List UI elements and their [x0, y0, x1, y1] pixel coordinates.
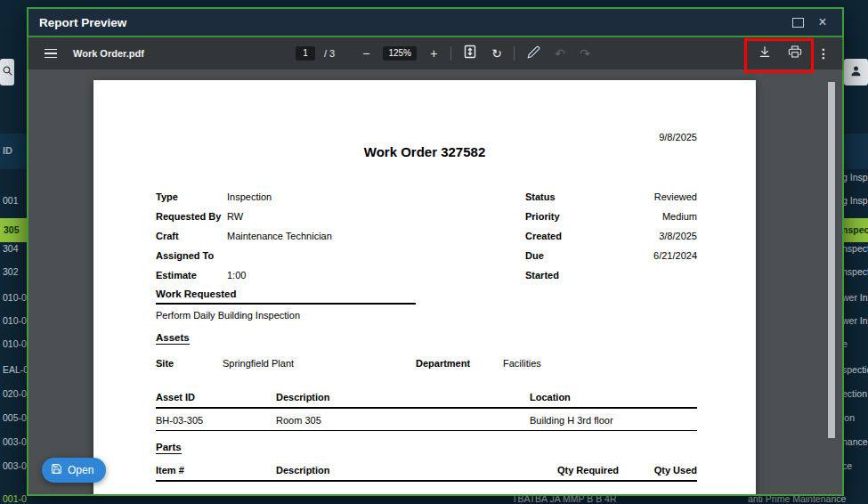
parts-heading: Parts	[156, 442, 182, 454]
pdf-viewport: 9/8/2025 Work Order 327582 Type Inspecti…	[28, 69, 842, 494]
background-row-fragment: EAL-0	[3, 363, 28, 376]
asset-col-header: Location	[530, 392, 571, 402]
print-button[interactable]	[785, 44, 805, 63]
maximize-icon	[792, 18, 804, 28]
field-label: Due	[525, 250, 544, 261]
work-requested-text: Perform Daily Building Inspection	[156, 310, 300, 321]
department-value: Facilities	[503, 358, 541, 369]
site-label: Site	[156, 358, 174, 369]
field-value: Reviewed	[654, 191, 697, 202]
background-row-fragment: 001	[3, 194, 19, 207]
work-requested-heading: Work Requested	[156, 289, 237, 299]
background-row-fragment: 302	[3, 265, 19, 278]
background-row-fragment: 010-0	[3, 337, 27, 350]
maximize-button[interactable]	[789, 13, 807, 31]
zoom-in-button[interactable]: +	[426, 37, 442, 69]
fit-to-page-button[interactable]	[460, 44, 480, 63]
field-value: RW	[227, 211, 243, 222]
assets-heading: Assets	[156, 332, 190, 345]
zoom-out-button[interactable]: −	[358, 37, 374, 69]
rotate-button[interactable]: ↻	[489, 37, 505, 69]
field-label: Requested By	[156, 211, 221, 222]
toolbar-divider	[514, 46, 515, 61]
pdf-filename: Work Order.pdf	[73, 48, 144, 59]
field-value: 1:00	[227, 270, 246, 280]
annotate-button[interactable]	[523, 44, 543, 63]
doc-title: Work Order 327582	[93, 144, 756, 159]
background-selected-row: nspec	[840, 218, 868, 242]
field-value: Medium	[662, 211, 697, 222]
parts-col-header: Item #	[156, 465, 184, 476]
download-button[interactable]	[755, 44, 775, 63]
site-value: Springfield Plant	[223, 358, 294, 369]
field-value: Maintenance Technician	[227, 231, 332, 241]
background-row-fragment: 304	[3, 242, 19, 255]
screen: ID 001 305 304 302 010-02 010-01 010-0 E…	[0, 0, 868, 504]
asset-col-header: Description	[276, 392, 330, 402]
doc-date: 9/8/2025	[659, 132, 697, 142]
search-box[interactable]	[0, 59, 14, 85]
modal-title: Report Preview	[39, 16, 782, 29]
rotate-icon: ↻	[491, 46, 502, 61]
modal-titlebar: Report Preview ×	[28, 9, 842, 37]
person-icon	[849, 64, 863, 81]
background-selected-row: 305	[0, 218, 27, 242]
report-preview-modal: Report Preview × Work Order.pdf 1 / 3 − …	[27, 7, 844, 496]
background-id-column-header: ID	[3, 145, 12, 156]
parts-col-header: Qty Required	[557, 465, 619, 476]
background-row-fragment: g Insp	[842, 171, 868, 183]
field-value: 3/8/2025	[659, 231, 697, 241]
zoom-level-input[interactable]: 125%	[383, 46, 417, 61]
background-row-fragment: ion	[842, 411, 855, 424]
undo-button[interactable]: ↶	[552, 37, 568, 69]
background-row-fragment: 305	[4, 224, 20, 236]
background-row-fragment: wer In	[842, 314, 868, 327]
field-label: Priority	[525, 211, 560, 222]
more-vert-icon: ⋮	[817, 46, 830, 61]
page-total-label: / 3	[324, 48, 335, 59]
department-label: Department	[416, 358, 470, 369]
redo-button[interactable]: ↷	[577, 37, 593, 69]
undo-icon: ↶	[555, 46, 565, 61]
more-options-button[interactable]: ⋮	[815, 37, 831, 69]
open-button-label: Open	[68, 464, 93, 476]
close-button[interactable]: ×	[814, 13, 831, 31]
table-rule	[156, 407, 697, 409]
field-label: Estimate	[156, 270, 197, 280]
print-icon	[788, 45, 802, 62]
background-row-fragment: nspec	[842, 224, 868, 236]
field-label: Started	[525, 270, 559, 280]
pdf-scrollbar-thumb[interactable]	[828, 82, 835, 438]
field-label: Type	[156, 191, 178, 202]
field-label: Created	[525, 231, 562, 241]
background-row-fragment: ection	[842, 387, 867, 400]
background-row-fragment: wer In	[842, 291, 868, 304]
field-label: Assigned To	[156, 250, 214, 261]
background-row-fragment: 001-0	[3, 492, 27, 504]
menu-icon	[45, 49, 57, 59]
sidebar-toggle-button[interactable]	[41, 44, 61, 63]
background-row-fragment: nspect	[842, 265, 868, 278]
close-icon: ×	[818, 15, 826, 29]
parts-col-header: Qty Used	[654, 465, 697, 476]
asset-cell: BH-03-305	[156, 415, 203, 426]
background-table-header-band	[840, 134, 868, 169]
background-row-fragment: g Insp	[842, 194, 868, 207]
background-row-fragment: spectio	[842, 363, 868, 376]
open-button[interactable]: Open	[42, 458, 106, 483]
table-rule	[156, 480, 697, 482]
user-avatar-button[interactable]	[844, 59, 868, 85]
pdf-toolbar: Work Order.pdf 1 / 3 − 125% + ↻	[28, 37, 842, 69]
field-value: Inspection	[227, 191, 272, 202]
asset-cell: Building H 3rd floor	[530, 415, 613, 426]
asset-cell: Room 305	[276, 415, 321, 426]
field-label: Craft	[156, 231, 179, 241]
page-number-input[interactable]: 1	[296, 46, 315, 61]
section-rule	[156, 303, 416, 305]
background-row-fragment: nspecti	[842, 242, 868, 255]
field-value: 6/21/2024	[653, 250, 697, 261]
save-icon	[51, 463, 62, 477]
pdf-page: 9/8/2025 Work Order 327582 Type Inspecti…	[93, 80, 756, 494]
search-icon	[2, 64, 13, 80]
redo-icon: ↷	[580, 46, 590, 61]
